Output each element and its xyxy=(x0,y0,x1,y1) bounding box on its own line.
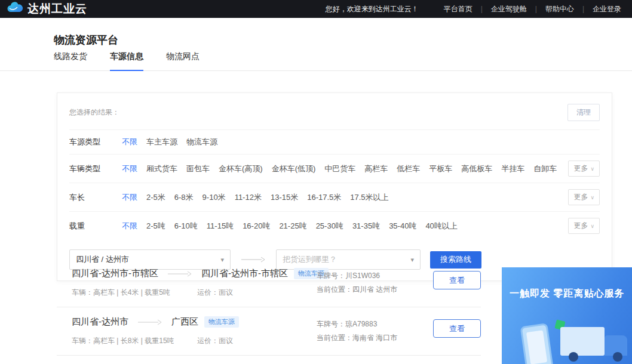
result-list: 四川省-达州市-市辖区 四川省-达州市-市辖区 物流车源 车辆：高栏车 | 长4… xyxy=(57,259,481,356)
more-button[interactable]: 更多 ∨ xyxy=(568,218,600,234)
filter-option[interactable]: 13-15米 xyxy=(271,192,298,203)
filter-option[interactable]: 低栏车 xyxy=(397,164,420,174)
tab-route-shipping[interactable]: 线路发货 xyxy=(54,51,87,71)
view-button[interactable]: 查看 xyxy=(433,319,481,338)
filter-option[interactable]: 25-30吨 xyxy=(316,221,343,232)
filter-row-label: 车长 xyxy=(69,192,122,203)
filter-option[interactable]: 半挂车 xyxy=(501,164,524,174)
filter-row-label: 载重 xyxy=(69,221,122,232)
source-type-badge: 物流车源 xyxy=(204,316,239,328)
tabs: 线路发货 车源信息 物流网点 xyxy=(54,51,200,71)
result-row: 四川省-达州市 广西区 物流车源 车辆：高栏车 | 长8米 | 载重15吨 运价… xyxy=(57,307,481,356)
filter-option[interactable]: 不限 xyxy=(122,192,137,203)
current-location: 当前位置：海南省 海口市 xyxy=(317,331,397,345)
route-line: 四川省-达州市 广西区 物流车源 xyxy=(72,316,481,328)
filter-option[interactable]: 平板车 xyxy=(429,164,452,174)
clear-button[interactable]: 清理 xyxy=(567,104,600,121)
meta-line: 车辆：高栏车 | 长4米 | 载重5吨 运价：面议 xyxy=(72,288,481,298)
filter-option[interactable]: 16-20吨 xyxy=(243,221,270,232)
route-from: 四川省-达州市 xyxy=(72,316,128,328)
route-from: 四川省-达州市-市辖区 xyxy=(72,268,158,279)
filter-option[interactable]: 不限 xyxy=(122,137,137,147)
topnav: 您好，欢迎来到达州工业云！ 平台首页 | 企业驾驶舱 | 帮助中心 | 企业登录 xyxy=(326,4,632,14)
vehicle-info: 车辆：高栏车 | 长8米 | 载重15吨 xyxy=(72,336,197,346)
filter-option[interactable]: 高低板车 xyxy=(461,164,492,174)
chevron-down-icon: ∨ xyxy=(590,166,594,172)
truck-icon xyxy=(560,320,631,364)
result-row: 四川省-达州市-市辖区 四川省-达州市-市辖区 物流车源 车辆：高栏车 | 长4… xyxy=(57,259,481,307)
filter-option[interactable]: 金杯车(高顶) xyxy=(219,164,263,174)
filter-option[interactable]: 31-35吨 xyxy=(352,221,380,232)
filter-option[interactable]: 17.5米以上 xyxy=(350,192,388,203)
more-label: 更多 xyxy=(573,192,588,202)
filter-option[interactable]: 2-5米 xyxy=(146,192,165,203)
welcome-text: 您好，欢迎来到达州工业云！ xyxy=(326,4,419,14)
filter-option[interactable]: 不限 xyxy=(122,221,137,232)
topnav-link-help[interactable]: 帮助中心 xyxy=(537,4,582,14)
filter-option[interactable]: 2-5吨 xyxy=(146,221,165,232)
side-info: 车牌号：琼A79883 当前位置：海南省 海口市 xyxy=(317,317,397,345)
plate-number: 车牌号：琼A79883 xyxy=(317,317,397,331)
topbar: 达州工业云 您好，欢迎来到达州工业云！ 平台首页 | 企业驾驶舱 | 帮助中心 … xyxy=(0,0,632,18)
filter-option[interactable]: 6-8米 xyxy=(174,192,194,203)
filter-option[interactable]: 物流车源 xyxy=(186,137,217,147)
logo[interactable]: 达州工业云 xyxy=(6,1,87,17)
promo-banner[interactable]: 一触即发 零距离贴心服务 xyxy=(502,267,632,364)
filter-option[interactable]: 16-17.5米 xyxy=(307,192,341,203)
vehicle-info: 车辆：高栏车 | 长4米 | 载重5吨 xyxy=(72,288,197,298)
filter-option[interactable]: 自卸车 xyxy=(533,164,557,174)
more-label: 更多 xyxy=(573,164,588,174)
side-info: 车牌号：川S1W036 当前位置：四川省 达州市 xyxy=(317,269,397,297)
tab-logistics-points[interactable]: 物流网点 xyxy=(166,51,200,71)
filter-option[interactable]: 11-12米 xyxy=(235,192,262,203)
truck-wheel xyxy=(569,352,578,362)
current-location: 当前位置：四川省 达州市 xyxy=(317,283,397,297)
filter-options: 不限2-5米6-8米9-10米11-12米13-15米16-17.5米17.5米… xyxy=(122,192,560,203)
banner-text: 一触即发 零距离贴心服务 xyxy=(510,288,624,300)
filter-option[interactable]: 车主车源 xyxy=(146,137,177,147)
plate-number: 车牌号：川S1W036 xyxy=(317,269,397,283)
filter-options: 不限厢式货车面包车金杯车(高顶)金杯车(低顶)中巴货车高栏车低栏车平板车高低板车… xyxy=(122,164,560,174)
filter-option[interactable]: 40吨以上 xyxy=(425,221,457,232)
more-label: 更多 xyxy=(573,221,588,231)
filter-option[interactable]: 不限 xyxy=(122,164,137,174)
truck-wheel xyxy=(613,352,622,362)
view-button[interactable]: 查看 xyxy=(433,271,481,289)
filter-option[interactable]: 6-10吨 xyxy=(174,221,198,232)
filter-option[interactable]: 21-25吨 xyxy=(279,221,306,232)
filter-row: 载重 不限2-5吨6-10吨11-15吨16-20吨21-25吨25-30吨31… xyxy=(69,211,600,240)
more-button[interactable]: 更多 ∨ xyxy=(568,161,600,177)
arrow-right-icon xyxy=(168,271,192,277)
filter-options: 不限车主车源物流车源 xyxy=(122,137,574,147)
route-to: 四川省-达州市-市辖区 xyxy=(201,268,288,279)
filter-option[interactable]: 11-15吨 xyxy=(207,221,234,232)
selected-results-label: 您选择的结果： xyxy=(69,107,119,118)
filter-card-head: 您选择的结果： 清理 xyxy=(69,100,600,129)
more-button[interactable]: 更多 ∨ xyxy=(568,189,600,205)
topnav-link-login[interactable]: 企业登录 xyxy=(584,4,630,14)
banner-illustration xyxy=(502,267,632,364)
filter-row-label: 车辆类型 xyxy=(69,164,122,174)
filter-option[interactable]: 金杯车(低顶) xyxy=(272,164,316,174)
filter-option[interactable]: 高栏车 xyxy=(364,164,388,174)
filter-option[interactable]: 中巴货车 xyxy=(324,164,355,174)
filter-row: 车长 不限2-5米6-8米9-10米11-12米13-15米16-17.5米17… xyxy=(69,183,600,211)
tab-vehicle-info[interactable]: 车源信息 xyxy=(110,51,143,71)
route-to: 广西区 xyxy=(171,316,198,328)
arrow-right-icon xyxy=(138,319,162,325)
price-info: 运价：面议 xyxy=(197,288,233,298)
filter-option[interactable]: 面包车 xyxy=(186,164,210,174)
filter-row-label: 车源类型 xyxy=(69,137,122,147)
filter-option[interactable]: 厢式货车 xyxy=(146,164,177,174)
filter-option[interactable]: 35-40吨 xyxy=(389,221,416,232)
filter-option[interactable]: 9-10米 xyxy=(203,192,226,203)
route-line: 四川省-达州市-市辖区 四川省-达州市-市辖区 物流车源 xyxy=(72,268,481,279)
chevron-down-icon: ∨ xyxy=(590,223,594,229)
filter-row: 车辆类型 不限厢式货车面包车金杯车(高顶)金杯车(低顶)中巴货车高栏车低栏车平板… xyxy=(69,154,600,183)
filter-row: 车源类型 不限车主车源物流车源 ∨ xyxy=(69,129,600,154)
topnav-link-home[interactable]: 平台首页 xyxy=(435,4,481,14)
meta-line: 车辆：高栏车 | 长8米 | 载重15吨 运价：面议 xyxy=(72,336,481,346)
filter-card: 您选择的结果： 清理 车源类型 不限车主车源物流车源 ∨ 车辆类型 不限厢式货车… xyxy=(57,92,612,281)
topnav-link-cockpit[interactable]: 企业驾驶舱 xyxy=(483,4,535,14)
cloud-logo-icon xyxy=(6,2,24,16)
